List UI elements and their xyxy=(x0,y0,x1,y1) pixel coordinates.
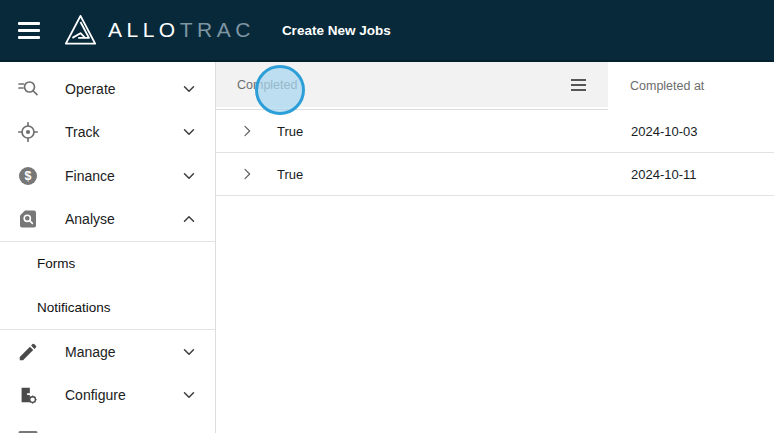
track-icon xyxy=(16,120,40,144)
cell-completed: True xyxy=(277,167,303,182)
manage-icon xyxy=(16,340,40,364)
sidebar-item-track[interactable]: Track xyxy=(0,111,215,155)
sidebar-item-label: Operate xyxy=(65,81,116,97)
sidebar-item-label: Manage xyxy=(65,344,116,360)
sidebar-item-label: Analyse xyxy=(65,211,115,227)
chevron-down-icon xyxy=(180,123,198,141)
cell-completed: True xyxy=(277,124,303,139)
page-title: Create New Jobs xyxy=(282,23,391,38)
row-expand-icon[interactable] xyxy=(239,123,255,139)
sidebar-item-configure[interactable]: Configure xyxy=(0,374,215,418)
column-header-label: Completed xyxy=(237,78,297,92)
column-header-completed[interactable]: Completed xyxy=(216,62,608,107)
sidebar-item-sys-config[interactable]: Sys Config xyxy=(0,417,215,433)
app-root: ALLOTRAC Create New Jobs Operate xyxy=(0,0,774,433)
sidebar-item-label: Track xyxy=(65,124,99,140)
sys-config-icon xyxy=(16,427,40,433)
brand-wordmark: ALLOTRAC xyxy=(108,18,255,42)
table-row[interactable]: True 2024-10-11 xyxy=(216,153,774,196)
brand-light: TRAC xyxy=(180,18,255,41)
sidebar-subitem-label: Notifications xyxy=(37,300,111,315)
finance-icon: $ xyxy=(16,164,40,188)
chevron-down-icon xyxy=(180,80,198,98)
sidebar-item-label: Finance xyxy=(65,168,115,184)
sidebar: Operate Track xyxy=(0,62,216,433)
main-content: Completed Completed at True 2024-10-03 T… xyxy=(216,62,774,433)
app-header: ALLOTRAC Create New Jobs xyxy=(0,0,774,62)
operate-icon xyxy=(16,77,40,101)
chevron-down-icon xyxy=(180,343,198,361)
sidebar-item-finance[interactable]: $ Finance xyxy=(0,154,215,198)
sidebar-item-label: Configure xyxy=(65,387,126,403)
chevron-up-icon xyxy=(180,210,198,228)
row-expand-icon[interactable] xyxy=(239,166,255,182)
analyse-icon xyxy=(16,207,40,231)
allotrac-logo-icon xyxy=(62,12,99,49)
sidebar-item-operate[interactable]: Operate xyxy=(0,67,215,111)
configure-icon xyxy=(16,383,40,407)
table-row[interactable]: True 2024-10-03 xyxy=(216,110,774,153)
chevron-down-icon xyxy=(180,167,198,185)
sidebar-item-forms[interactable]: Forms xyxy=(0,242,215,286)
column-header-label: Completed at xyxy=(630,79,704,93)
column-header-completed-at[interactable]: Completed at xyxy=(608,62,774,110)
sidebar-item-manage[interactable]: Manage xyxy=(0,330,215,374)
cell-completed-at: 2024-10-03 xyxy=(631,124,698,139)
sidebar-item-notifications[interactable]: Notifications xyxy=(0,286,215,330)
column-menu-icon[interactable] xyxy=(571,79,586,91)
cell-completed-at: 2024-10-11 xyxy=(631,167,697,182)
chevron-down-icon xyxy=(180,386,198,404)
menu-icon[interactable] xyxy=(18,22,40,39)
svg-text:$: $ xyxy=(25,169,32,183)
sidebar-subitem-label: Forms xyxy=(37,256,75,271)
grid-header: Completed Completed at xyxy=(216,62,774,110)
sidebar-item-analyse[interactable]: Analyse xyxy=(0,198,215,242)
brand-bold: ALLO xyxy=(108,18,180,41)
